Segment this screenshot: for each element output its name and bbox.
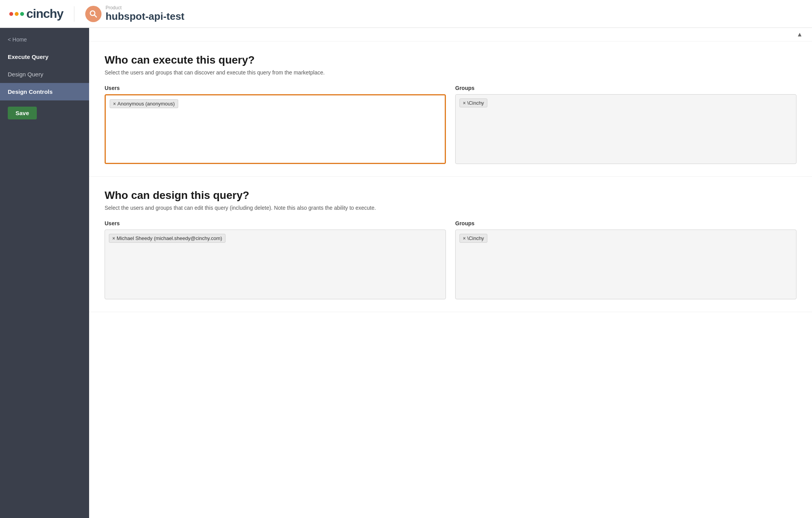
save-button-area: Save <box>0 100 89 126</box>
app-header: cinchy Product hubspot-api-test <box>0 0 812 28</box>
logo-area: cinchy Product hubspot-api-test <box>9 5 184 22</box>
tag-cinchy-design-remove[interactable]: × <box>463 236 466 241</box>
logo-divider <box>74 6 74 22</box>
sidebar-item-design-controls[interactable]: Design Controls <box>0 83 89 100</box>
execute-users-tagbox[interactable]: × Anonymous (anonymous) <box>105 94 446 164</box>
main-content: ▲ Who can execute this query? Select the… <box>89 28 812 518</box>
execute-two-col: Users × Anonymous (anonymous) Groups × <box>105 85 797 164</box>
dot-green <box>20 12 24 16</box>
tag-cinchy-execute-remove[interactable]: × <box>463 100 466 106</box>
tag-anonymous-label: Anonymous (anonymous) <box>117 101 175 107</box>
design-section: Who can design this query? Select the us… <box>89 177 812 312</box>
logo-dots <box>9 12 24 16</box>
design-section-title: Who can design this query? <box>105 189 797 202</box>
product-search-icon <box>85 6 102 22</box>
save-button[interactable]: Save <box>8 107 37 119</box>
logo-text: cinchy <box>26 7 63 21</box>
app-body: < Home Execute Query Design Query Design… <box>0 28 812 518</box>
tag-anonymous: × Anonymous (anonymous) <box>110 99 178 108</box>
dot-red <box>9 12 13 16</box>
svg-line-1 <box>95 15 97 17</box>
tag-cinchy-execute-label: \Cinchy <box>467 100 484 106</box>
tag-cinchy-design-label: \Cinchy <box>467 235 484 241</box>
execute-groups-label: Groups <box>455 85 797 91</box>
execute-groups-tagbox[interactable]: × \Cinchy <box>455 94 797 164</box>
tag-cinchy-execute: × \Cinchy <box>459 98 487 107</box>
execute-section: Who can execute this query? Select the u… <box>89 41 812 177</box>
execute-groups-group: Groups × \Cinchy <box>455 85 797 164</box>
tag-michael-label: Michael Sheedy (michael.sheedy@cinchy.co… <box>117 235 222 241</box>
dot-yellow <box>15 12 19 16</box>
execute-users-group: Users × Anonymous (anonymous) <box>105 85 446 164</box>
design-groups-label: Groups <box>455 220 797 226</box>
design-users-group: Users × Michael Sheedy (michael.sheedy@c… <box>105 220 446 299</box>
sidebar: < Home Execute Query Design Query Design… <box>0 28 89 518</box>
sidebar-item-home[interactable]: < Home <box>0 31 89 48</box>
design-groups-tagbox[interactable]: × \Cinchy <box>455 230 797 299</box>
product-name: hubspot-api-test <box>105 10 184 22</box>
collapse-bar: ▲ <box>89 28 812 41</box>
execute-section-title: Who can execute this query? <box>105 54 797 66</box>
tag-michael-remove[interactable]: × <box>112 236 115 241</box>
tag-anonymous-remove[interactable]: × <box>113 101 116 107</box>
collapse-button[interactable]: ▲ <box>797 31 803 38</box>
product-label: Product <box>105 5 184 10</box>
sidebar-item-execute-query[interactable]: Execute Query <box>0 48 89 66</box>
design-section-description: Select the users and groups that can edi… <box>105 205 797 211</box>
design-users-label: Users <box>105 220 446 226</box>
cinchy-logo: cinchy <box>9 7 63 21</box>
product-info: Product hubspot-api-test <box>105 5 184 22</box>
tag-cinchy-design: × \Cinchy <box>459 234 487 243</box>
design-groups-group: Groups × \Cinchy <box>455 220 797 299</box>
design-two-col: Users × Michael Sheedy (michael.sheedy@c… <box>105 220 797 299</box>
tag-michael: × Michael Sheedy (michael.sheedy@cinchy.… <box>109 234 225 243</box>
execute-users-label: Users <box>105 85 446 91</box>
design-users-tagbox[interactable]: × Michael Sheedy (michael.sheedy@cinchy.… <box>105 230 446 299</box>
execute-section-description: Select the users and groups that can dis… <box>105 69 797 76</box>
sidebar-item-design-query[interactable]: Design Query <box>0 66 89 83</box>
